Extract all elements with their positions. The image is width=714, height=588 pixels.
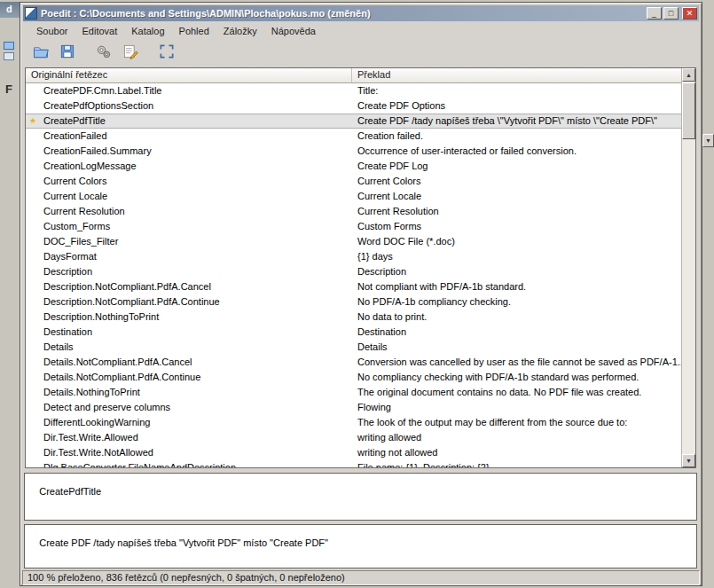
source-string-cell: Description [40,264,352,279]
header-translation[interactable]: Překlad [352,68,681,83]
background-icon-fragment [4,42,14,50]
window-title: Poedit : C:\Documents and Settings\ADMIN… [41,8,647,19]
table-row[interactable]: Description.NothingToPrintNo data to pri… [26,310,681,325]
open-button[interactable] [28,41,52,64]
table-row[interactable]: Dlg.BaseConvertor.FileNameAndDescription… [26,460,681,467]
menu-pohled[interactable]: Pohled [173,25,216,37]
translation-cell: Occurrence of user-interacted or failed … [352,144,681,159]
source-string-cell: CreationLogMessage [40,159,352,174]
table-row[interactable]: Details.NotCompliant.PdfA.CancelConversi… [26,355,681,370]
table-row[interactable]: ★CreatePdfTitleCreate PDF /tady napíšeš … [26,114,681,129]
menu-editovat[interactable]: Editovat [75,25,123,37]
translation-cell: No compliancy checking with PDF/A-1b sta… [352,370,681,385]
table-row[interactable]: DestinationDestination [26,325,681,340]
background-label-fragment: F [5,82,12,96]
translation-cell: No PDF/A-1b compliancy checking. [352,294,681,310]
menu-zalozky[interactable]: Záložky [217,25,263,37]
row-icon-cell [26,159,40,174]
header-original-string[interactable]: Originální řetězec [26,68,352,83]
source-string-cell: Current Resolution [40,204,352,219]
table-row[interactable]: CreationFailedCreation failed. [26,129,681,144]
table-row[interactable]: DaysFormat{1} days [26,249,681,264]
scrollbar-track[interactable] [682,82,695,454]
menu-soubor[interactable]: Soubor [30,25,74,37]
row-icon-cell [26,219,40,234]
source-string-cell: Dir.Test.Write.Allowed [40,430,352,445]
table-row[interactable]: Custom_FormsCustom Forms [26,219,681,234]
translation-cell: Current Locale [352,189,681,204]
scroll-down-icon[interactable]: ▼ [682,454,695,467]
edit-comment-button[interactable] [118,41,142,64]
table-row[interactable]: DescriptionDescription [26,264,681,279]
table-row[interactable]: Dir.Test.Write.NotAllowedwriting not all… [26,445,681,460]
string-table-body: CreatePDF.Cmn.Label.TitleTitle:CreatePdf… [26,83,681,467]
scrollbar-thumb[interactable] [682,82,695,139]
poedit-window: Poedit : C:\Documents and Settings\ADMIN… [20,2,702,586]
table-row[interactable]: Dir.Test.Write.Allowedwriting allowed [26,430,681,445]
table-row[interactable]: Description.NotCompliant.PdfA.ContinueNo… [26,294,681,310]
scroll-up-icon[interactable]: ▲ [682,68,695,82]
row-icon-cell [26,325,40,340]
row-icon-cell [26,430,40,445]
table-row[interactable]: CreationFailed.SummaryOccurrence of user… [26,144,681,159]
save-button[interactable] [55,41,79,64]
source-text: CreatePdfTitle [39,486,101,497]
source-string-cell: CreatePDF.Cmn.Label.Title [40,83,352,98]
translation-cell: {1} days [352,249,681,264]
table-row[interactable]: CreationLogMessageCreate PDF Log [26,159,681,174]
edit-note-icon [122,43,139,63]
table-row[interactable]: CreatePdfOptionsSectionCreate PDF Option… [26,98,681,114]
table-row[interactable]: DifferentLookingWarningThe look of the o… [26,415,681,430]
translation-cell: Word DOC File (*.doc) [352,234,681,249]
close-button[interactable]: ✕ [682,7,697,20]
row-icon-cell [26,355,40,370]
row-icon-cell [26,174,40,189]
table-row[interactable]: DetailsDetails [26,340,681,355]
table-row[interactable]: Current ResolutionCurrent Resolution [26,204,681,219]
table-row[interactable]: Current LocaleCurrent Locale [26,189,681,204]
row-icon-cell [26,415,40,430]
title-bar[interactable]: Poedit : C:\Documents and Settings\ADMIN… [23,5,699,21]
row-icon-cell [26,310,40,325]
translation-cell: Custom Forms [352,219,681,234]
vertical-scrollbar[interactable]: ▲ ▼ [681,68,695,467]
source-string-cell: Details.NotCompliant.PdfA.Cancel [40,355,352,370]
maximize-button[interactable]: □ [663,7,679,20]
background-scrollbar-down-icon: ▼ [702,134,714,147]
source-string-cell: Description.NothingToPrint [40,310,352,325]
background-icon-fragment [4,52,14,60]
row-icon-cell [26,129,40,144]
row-icon-cell [26,400,40,415]
translation-cell: The look of the output may be different … [352,415,681,430]
table-row[interactable]: Details.NotCompliant.PdfA.ContinueNo com… [26,370,681,385]
translation-cell: Description [352,264,681,279]
table-row[interactable]: Details.NothingToPrintThe original docum… [26,385,681,400]
source-string-cell: DOC_Files_Filter [40,234,352,249]
table-row[interactable]: CreatePDF.Cmn.Label.TitleTitle: [26,83,681,98]
translation-cell: No data to print. [352,310,681,325]
menu-napoveda[interactable]: Nápověda [265,25,322,37]
menu-katalog[interactable]: Katalog [125,25,170,37]
translation-text-box[interactable]: Create PDF /tady napíšeš třeba "Vytvořit… [24,524,697,568]
translation-cell: Conversion was cancelled by user as the … [352,355,681,370]
row-icon-cell [26,204,40,219]
table-row[interactable]: Description.NotCompliant.PdfA.CancelNot … [26,279,681,294]
table-row[interactable]: DOC_Files_FilterWord DOC File (*.doc) [26,234,681,249]
translation-cell: Current Colors [352,174,681,189]
row-icon-cell [26,294,40,310]
source-string-cell: Current Colors [40,174,352,189]
row-icon-cell [26,98,40,114]
translation-cell: Flowing [352,400,681,415]
fullscreen-button[interactable] [154,41,178,64]
table-row[interactable]: Detect and preserve columnsFlowing [26,400,681,415]
row-icon-cell [26,144,40,159]
source-text-box[interactable]: CreatePdfTitle [24,473,697,521]
update-catalog-button[interactable] [91,41,115,64]
row-icon-cell [26,370,40,385]
bookmark-star-icon: ★ [26,114,40,129]
minimize-button[interactable]: _ [647,7,662,20]
table-row[interactable]: Current ColorsCurrent Colors [26,174,681,189]
background-window-title-fragment: d [0,2,20,18]
row-icon-cell [26,264,40,279]
status-bar: 100 % přeloženo, 836 řetězců (0 nepřesný… [22,570,700,585]
